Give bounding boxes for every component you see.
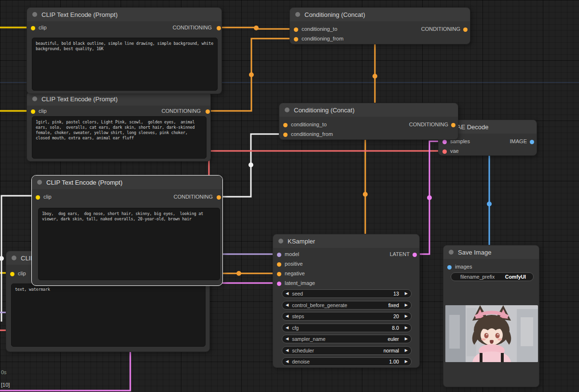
- conditioning-output-label: CONDITIONING: [173, 25, 212, 30]
- vae-input-label: vae: [450, 148, 459, 154]
- collapse-dot-icon[interactable]: [449, 250, 454, 255]
- widget-value: 13: [393, 291, 399, 297]
- node-clip-text-encode-3-selected[interactable]: CLIP Text Encode (Prompt) clip CONDITION…: [31, 175, 223, 286]
- link-dot: [363, 192, 368, 197]
- positive-input-port[interactable]: [277, 262, 281, 267]
- steps-widget[interactable]: ◀ steps 20 ▶: [282, 312, 412, 321]
- prompt-textarea[interactable]: 1boy, dog ears, dog nose, short hair, sk…: [38, 208, 220, 280]
- node-titlebar[interactable]: KSampler: [273, 234, 419, 248]
- widget-label: control_before_generate: [292, 302, 388, 308]
- conditioning-to-label: conditioning_to: [302, 26, 337, 32]
- sampler-name-widget[interactable]: ◀ sampler_name euler ▶: [282, 335, 412, 343]
- link-dot: [372, 74, 377, 79]
- decrement-arrow-icon[interactable]: ◀: [286, 326, 289, 330]
- conditioning-to-input-port[interactable]: [294, 27, 298, 32]
- decrement-arrow-icon[interactable]: ◀: [286, 360, 289, 364]
- clip-input-port[interactable]: [31, 109, 35, 114]
- clip-input-label: clip: [18, 270, 26, 276]
- filename-prefix-widget[interactable]: filename_prefix ComfyUI: [451, 272, 534, 281]
- node-titlebar[interactable]: CLIP Text Encode (Prompt): [32, 176, 222, 189]
- conditioning-to-label: conditioning_to: [291, 122, 327, 127]
- conditioning-output-port[interactable]: [217, 26, 221, 30]
- vae-input-port[interactable]: [442, 149, 447, 154]
- samples-input-port[interactable]: [442, 140, 447, 144]
- conditioning-from-input-port[interactable]: [283, 133, 288, 137]
- node-graph-canvas[interactable]: CLIP Text Encode (Prompt) clip CONDITION…: [0, 0, 579, 392]
- conditioning-output-label: CONDITIONING: [421, 26, 460, 32]
- increment-arrow-icon[interactable]: ▶: [405, 303, 408, 307]
- increment-arrow-icon[interactable]: ▶: [405, 314, 408, 318]
- seed-widget[interactable]: ◀ seed 13 ▶: [282, 289, 412, 298]
- latent-output-label: LATENT: [390, 251, 410, 257]
- node-titlebar[interactable]: CLIP Text Encode (Prompt): [27, 92, 210, 106]
- node-clip-text-encode-1[interactable]: CLIP Text Encode (Prompt) clip CONDITION…: [27, 7, 222, 94]
- conditioning-from-input-port[interactable]: [294, 37, 298, 41]
- node-titlebar[interactable]: Save Image: [443, 245, 539, 259]
- increment-arrow-icon[interactable]: ▶: [405, 349, 408, 352]
- node-conditioning-concat-1[interactable]: Conditioning (Concat) conditioning_to co…: [290, 7, 470, 44]
- increment-arrow-icon[interactable]: ▶: [405, 337, 408, 341]
- generated-image-preview[interactable]: [445, 305, 538, 362]
- collapse-dot-icon[interactable]: [278, 239, 283, 243]
- node-title: CLIP Text Encode (Prompt): [41, 95, 118, 103]
- node-titlebar[interactable]: Conditioning (Concat): [290, 8, 470, 21]
- negative-input-port[interactable]: [277, 272, 281, 276]
- model-input-port[interactable]: [277, 253, 281, 257]
- widget-value: 8.0: [392, 325, 399, 331]
- link-dot: [427, 195, 432, 200]
- collapse-dot-icon[interactable]: [285, 108, 290, 112]
- increment-arrow-icon[interactable]: ▶: [405, 326, 408, 330]
- execution-time-badge: 0s: [1, 369, 7, 375]
- widget-label: denoise: [292, 359, 389, 365]
- collapse-dot-icon[interactable]: [12, 256, 16, 260]
- clip-input-port[interactable]: [10, 272, 14, 276]
- node-ksampler[interactable]: KSampler model positive negative latent_…: [273, 234, 420, 368]
- node-conditioning-concat-2[interactable]: Conditioning (Concat) conditioning_to co…: [279, 103, 458, 140]
- increment-arrow-icon[interactable]: ▶: [405, 292, 408, 296]
- conditioning-output-port[interactable]: [206, 109, 210, 114]
- decrement-arrow-icon[interactable]: ◀: [286, 314, 289, 318]
- clip-input-port[interactable]: [36, 195, 40, 200]
- node-titlebar[interactable]: Conditioning (Concat): [279, 103, 458, 117]
- positive-input-label: positive: [285, 261, 303, 267]
- image-output-port[interactable]: [530, 140, 534, 144]
- collapse-dot-icon[interactable]: [37, 180, 42, 185]
- clip-input-port[interactable]: [31, 26, 35, 30]
- node-titlebar[interactable]: CLIP Text Encode (Prompt): [27, 8, 221, 21]
- collapse-dot-icon[interactable]: [32, 12, 37, 17]
- control-before-generate-widget[interactable]: ◀ control_before_generate fixed ▶: [282, 301, 412, 310]
- node-title: VAE Decode: [453, 123, 488, 131]
- prompt-textarea[interactable]: 1girl, pink, pastel colors, Light Pink, …: [32, 116, 207, 159]
- link-dot: [249, 72, 254, 77]
- widget-value: 20: [393, 313, 399, 319]
- node-save-image[interactable]: Save Image images filename_prefix ComfyU…: [443, 245, 539, 387]
- conditioning-output-port[interactable]: [451, 123, 455, 127]
- denoise-widget[interactable]: ◀ denoise 1.00 ▶: [282, 357, 412, 366]
- widget-value: 1.00: [389, 359, 399, 365]
- widget-label: sampler_name: [292, 336, 387, 342]
- widget-label: scheduler: [292, 348, 384, 353]
- node-title: CLIP Text Encode (Prompt): [46, 179, 123, 186]
- decrement-arrow-icon[interactable]: ◀: [286, 349, 289, 352]
- collapse-dot-icon[interactable]: [32, 96, 37, 101]
- collapse-dot-icon[interactable]: [295, 12, 300, 17]
- scheduler-widget[interactable]: ◀ scheduler normal ▶: [282, 346, 412, 355]
- cfg-widget[interactable]: ◀ cfg 8.0 ▶: [282, 324, 412, 332]
- latent-image-input-port[interactable]: [277, 282, 281, 286]
- latent-image-input-label: latent_image: [285, 280, 315, 286]
- conditioning-from-label: conditioning_from: [291, 131, 333, 137]
- decrement-arrow-icon[interactable]: ◀: [286, 337, 289, 341]
- widget-label: steps: [292, 313, 393, 319]
- node-clip-text-encode-2[interactable]: CLIP Text Encode (Prompt) clip CONDITION…: [27, 92, 211, 162]
- conditioning-output-port[interactable]: [463, 27, 468, 32]
- images-input-port[interactable]: [447, 265, 452, 270]
- decrement-arrow-icon[interactable]: ◀: [286, 292, 289, 296]
- decrement-arrow-icon[interactable]: ◀: [286, 303, 289, 307]
- latent-output-port[interactable]: [413, 253, 417, 257]
- prompt-textarea[interactable]: beautiful, bold black outline, simple li…: [32, 38, 218, 91]
- conditioning-output-port[interactable]: [217, 195, 221, 200]
- model-input-label: model: [285, 251, 299, 257]
- increment-arrow-icon[interactable]: ▶: [405, 360, 408, 364]
- conditioning-to-input-port[interactable]: [283, 123, 288, 127]
- prompt-textarea[interactable]: text, watermark: [11, 284, 206, 347]
